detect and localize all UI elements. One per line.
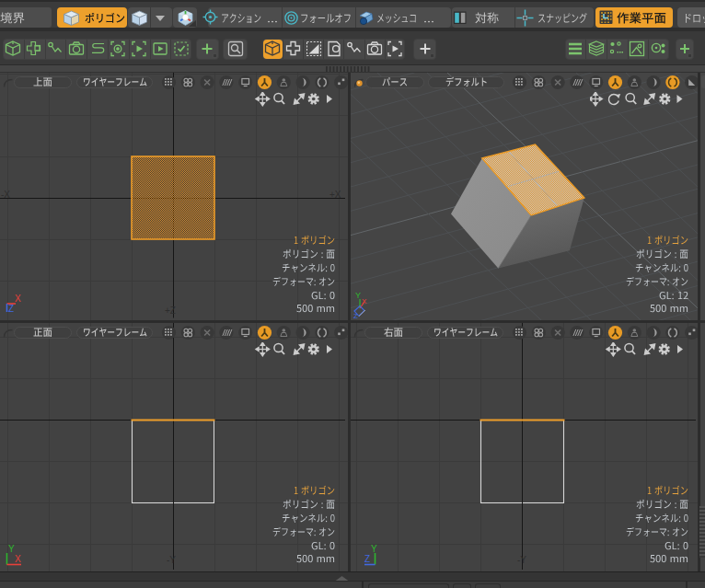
svg-text:Y: Y: [8, 544, 15, 554]
svg-text:X: X: [15, 294, 21, 304]
svg-text:Y: Y: [371, 544, 377, 554]
svg-text:Z: Z: [8, 304, 14, 314]
svg-text:X: X: [15, 554, 21, 564]
svg-text:Z: Z: [353, 312, 358, 320]
svg-text:Y: Y: [355, 291, 361, 300]
svg-text:Z: Z: [364, 554, 370, 564]
